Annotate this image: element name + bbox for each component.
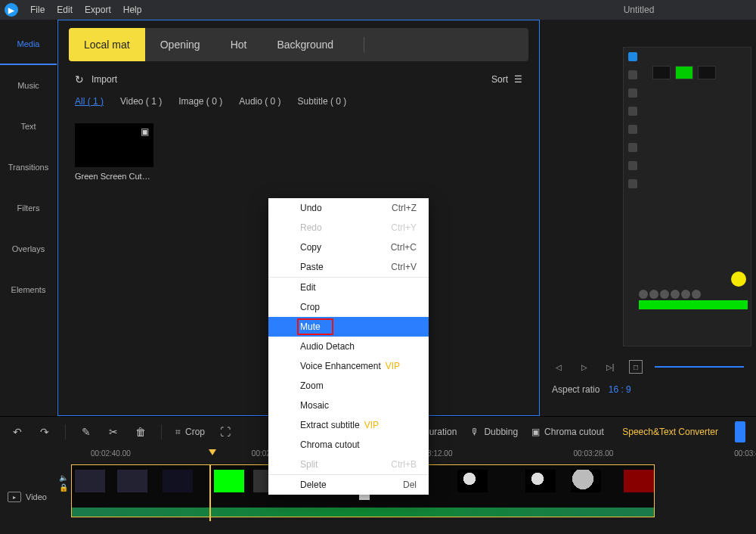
mic-icon: 🎙 [470,427,479,437]
crop-tool[interactable]: ⌗Crop [175,427,205,437]
left-sidebar: Media Music Text Transitions Filters Ove… [0,20,57,416]
ctx-delete[interactable]: DeleteDel [268,475,429,495]
sidebar-item-elements[interactable]: Elements [0,269,57,310]
preview-canvas [623,47,751,346]
lock-icon[interactable]: 🔒 [59,483,68,492]
expand-button[interactable] [735,421,745,442]
filter-video[interactable]: Video ( 1 ) [120,96,162,107]
ctx-copy[interactable]: CopyCtrl+C [268,238,429,257]
menu-bar: ▶ File Edit Export Help Untitled [0,0,756,20]
playhead-icon[interactable] [209,449,216,455]
track-label: ▸ Video [8,492,47,502]
sort-label: Sort [491,74,508,85]
person-icon: ▣ [531,427,540,437]
menu-edit[interactable]: Edit [57,5,73,15]
cut-icon[interactable]: ✂ [107,426,120,438]
ctx-extract-subtitle[interactable]: Extract subtitleVIP [268,415,429,435]
next-frame-button[interactable]: ▷| [603,360,617,374]
seek-bar[interactable] [655,366,744,368]
prev-frame-button[interactable]: ◁ [552,360,565,374]
ctx-paste[interactable]: PasteCtrl+V [268,257,429,277]
filter-audio[interactable]: Audio ( 0 ) [239,96,280,107]
ctx-voice-enhancement[interactable]: Voice EnhancementVIP [268,356,429,376]
filter-all[interactable]: All ( 1 ) [75,96,104,107]
chroma-tool[interactable]: ▣Chroma cutout [531,427,604,437]
sidebar-item-transitions[interactable]: Transitions [0,147,57,188]
filter-subtitle[interactable]: Subtitle ( 0 ) [298,96,347,107]
sidebar-item-text[interactable]: Text [0,106,57,147]
ctx-redo: RedoCtrl+Y [268,218,429,238]
play-button[interactable]: ▷ [578,360,591,374]
ctx-undo[interactable]: UndoCtrl+Z [268,198,429,218]
edit-icon[interactable]: ✎ [79,426,93,438]
sidebar-item-filters[interactable]: Filters [0,188,57,228]
tab-opening[interactable]: Opening [145,28,215,61]
ctx-chroma-cutout[interactable]: Chroma cutout [268,435,429,455]
menu-file[interactable]: File [30,5,45,15]
sidebar-item-music[interactable]: Music [0,65,57,106]
aspect-label: Aspect ratio [552,384,600,395]
camera-icon: ▣ [141,126,149,137]
import-label: Import [91,74,117,85]
ctx-mosaic[interactable]: Mosaic [268,396,429,415]
redo-button[interactable]: ↷ [38,426,51,438]
filter-image[interactable]: Image ( 0 ) [178,96,222,107]
filter-bar: All ( 1 ) Video ( 1 ) Image ( 0 ) Audio … [58,85,539,107]
tab-divider [364,37,364,52]
import-button[interactable]: ↻ Import [75,73,117,85]
menu-help[interactable]: Help [123,5,142,15]
preview-area: ◁ ▷ ▷| □ Aspect ratio 16 : 9 [540,20,756,416]
media-grid: ▣ Green Screen Cutout... [58,107,539,197]
reload-icon: ↻ [75,73,84,85]
sidebar-item-media[interactable]: Media [0,24,57,65]
ctx-edit[interactable]: Edit [268,278,429,297]
dubbing-tool[interactable]: 🎙Dubbing [470,427,518,437]
tab-background[interactable]: Background [262,28,349,61]
sidebar-item-overlays[interactable]: Overlays [0,228,57,269]
aspect-value[interactable]: 16 : 9 [609,384,631,395]
ctx-crop[interactable]: Crop [268,297,429,317]
stop-button[interactable]: □ [629,360,643,374]
media-item[interactable]: ▣ Green Screen Cutout... [75,123,153,181]
ctx-split: SplitCtrl+B [268,455,429,474]
ctx-mute[interactable]: Mute [268,317,429,337]
tab-local-mat[interactable]: Local mat [69,28,145,61]
ctx-zoom[interactable]: Zoom [268,376,429,396]
sort-button[interactable]: Sort ☰ [491,74,522,85]
context-menu: UndoCtrl+ZRedoCtrl+YCopyCtrl+CPasteCtrl+… [268,198,429,495]
menu-export[interactable]: Export [85,5,111,15]
delete-icon[interactable]: 🗑 [134,426,147,438]
panel-tabs: Local mat Opening Hot Background [69,28,528,61]
window-title: Untitled [624,5,655,15]
track-icon: ▸ [8,492,21,502]
app-logo: ▶ [5,3,18,17]
media-thumbnail: ▣ [75,123,153,167]
cursor-highlight [731,272,746,287]
playhead-line[interactable] [209,464,211,521]
preview-controls: ◁ ▷ ▷| □ [544,360,751,374]
media-label: Green Screen Cutout... [75,172,153,181]
tab-hot[interactable]: Hot [215,28,262,61]
undo-button[interactable]: ↶ [11,426,24,438]
list-icon: ☰ [514,74,522,85]
speaker-icon[interactable]: 🔈 [59,473,68,482]
ctx-audio-detach[interactable]: Audio Detach [268,337,429,356]
speech-text-converter[interactable]: Speech&Text Converter [622,427,718,437]
transform-icon[interactable]: ⛶ [218,426,232,438]
crop-icon: ⌗ [175,427,181,437]
